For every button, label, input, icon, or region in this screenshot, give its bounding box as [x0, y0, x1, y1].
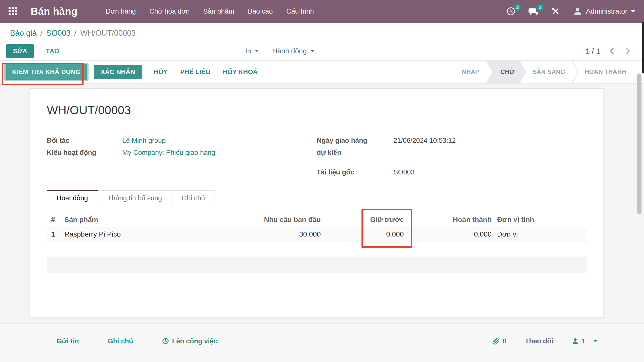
table-header-row: # Sản phẩm Nhu cầu ban đầu Giữ trước Hoà… — [47, 213, 587, 227]
pager-previous-icon[interactable] — [608, 47, 616, 55]
app-title[interactable]: Bán hàng — [31, 6, 77, 17]
row-reserved: 0,000 — [325, 230, 408, 238]
menu-item-reporting[interactable]: Báo cáo — [248, 8, 273, 15]
main-content: WH/OUT/00003 Đối tác Lê Minh group Kiểu … — [0, 83, 644, 324]
user-menu[interactable]: Administrator — [573, 7, 635, 16]
partner-label: Đối tác — [47, 134, 122, 147]
state-waiting-active[interactable]: CHỜ — [486, 61, 526, 83]
followers-caret-icon — [593, 340, 597, 342]
header-done: Hoàn thành — [408, 216, 496, 224]
source-document-label: Tài liệu gốc — [317, 166, 377, 178]
breadcrumb-separator: / — [40, 29, 43, 38]
header-index: # — [47, 216, 64, 224]
breadcrumb-current: WH/OUT/00003 — [80, 29, 136, 38]
menu-item-to-invoice[interactable]: Chờ hóa đơn — [149, 8, 190, 15]
user-name: Administrator — [586, 7, 627, 15]
source-document-value: SO003 — [393, 166, 415, 178]
row-uom: Đơn vị — [496, 230, 587, 238]
tab-additional-info[interactable]: Thông tin bổ sung — [98, 190, 172, 206]
follow-button[interactable]: Theo dõi — [525, 337, 553, 345]
window-edge-strip — [642, 22, 644, 73]
pager-next-icon[interactable] — [624, 47, 631, 55]
scheduled-date-value: 21/06/2024 10:53:12 — [393, 134, 456, 159]
header-reserved: Giữ trước — [325, 216, 408, 224]
activities-menu[interactable]: 2 — [506, 7, 515, 16]
unlock-button[interactable]: HỦY KHOÁ — [223, 68, 258, 76]
field-column-right: Ngày giao hàng dự kiến 21/06/2024 10:53:… — [317, 134, 587, 178]
message-badge: 2 — [536, 4, 544, 11]
followers-button[interactable]: 1 — [572, 337, 597, 345]
empty-row-striped — [47, 257, 587, 273]
field-column-left: Đối tác Lê Minh group Kiểu hoạt động My … — [47, 134, 317, 178]
row-initial-demand: 30,000 — [202, 230, 325, 238]
schedule-clock-icon — [162, 338, 169, 345]
follower-count: 1 — [582, 337, 585, 345]
pager-count: 1 / 1 — [586, 47, 600, 55]
tools-icon[interactable] — [551, 7, 560, 16]
cancel-button[interactable]: HỦY — [154, 68, 168, 76]
menu-item-orders[interactable]: Đơn hàng — [106, 8, 136, 15]
empty-row — [47, 242, 587, 257]
create-button[interactable]: TẠO — [46, 48, 59, 55]
tab-operations[interactable]: Hoạt động — [47, 190, 98, 206]
operation-type-link[interactable]: My Company: Phiếu giao hàng — [122, 147, 215, 159]
state-separator-icon — [572, 61, 578, 83]
header-initial-demand: Nhu cầu ban đầu — [202, 216, 325, 224]
top-navbar: Bán hàng Đơn hàng Chờ hóa đơn Sản phẩm B… — [0, 0, 644, 23]
avatar-icon — [573, 7, 582, 16]
send-message-button[interactable]: Gửi tin — [57, 337, 79, 345]
navbar-right: 2 2 Administrator — [506, 7, 635, 16]
moves-table: # Sản phẩm Nhu cầu ban đầu Giữ trước Hoà… — [47, 213, 587, 273]
print-dropdown[interactable]: In — [245, 47, 259, 55]
breadcrumb-separator: / — [74, 29, 76, 38]
state-ready[interactable]: SẴN SÀNG — [526, 61, 572, 83]
paperclip-icon — [492, 337, 500, 345]
menu-item-configuration[interactable]: Cấu hình — [286, 8, 314, 15]
partner-link[interactable]: Lê Minh group — [122, 134, 166, 147]
state-pipeline: NHÁP CHỜ SẴN SÀNG HOÀN THÀNH — [455, 61, 633, 83]
pager: 1 / 1 — [586, 47, 631, 55]
confirm-button[interactable]: XÁC NHẬN — [94, 65, 142, 79]
header-uom: Đơn vị tính — [496, 216, 587, 224]
header-product: Sản phẩm — [64, 216, 202, 224]
schedule-activity-button[interactable]: Lên công việc — [162, 337, 217, 345]
scheduled-date-label: Ngày giao hàng dự kiến — [317, 134, 377, 159]
breadcrumb-so003[interactable]: SO003 — [46, 29, 71, 38]
operation-type-label: Kiểu hoạt động — [47, 147, 122, 159]
statusbar: KIỂM TRA KHẢ DỤNG XÁC NHẬN HỦY PHẾ LIỆU … — [0, 60, 644, 83]
menu-item-products[interactable]: Sản phẩm — [203, 8, 234, 15]
main-menu: Đơn hàng Chờ hóa đơn Sản phẩm Báo cáo Cấ… — [106, 8, 314, 15]
user-menu-caret-icon — [631, 10, 635, 13]
attachments-button[interactable]: 0 — [492, 337, 506, 345]
row-product: Raspberry Pi Pico — [64, 230, 202, 238]
action-caret-icon — [311, 50, 314, 52]
table-row[interactable]: 1 Raspberry Pi Pico 30,000 0,000 0,000 Đ… — [47, 227, 587, 242]
breadcrumb: Báo giá / SO003 / WH/OUT/00003 — [0, 23, 644, 42]
control-panel: SỬA TẠO In Hành động 1 / 1 — [0, 42, 644, 60]
row-index: 1 — [47, 230, 64, 238]
state-done[interactable]: HOÀN THÀNH — [578, 61, 633, 83]
field-group: Đối tác Lê Minh group Kiểu hoạt động My … — [47, 134, 587, 178]
follower-person-icon — [572, 337, 579, 345]
attachment-count: 0 — [503, 337, 506, 345]
edit-button[interactable]: SỬA — [6, 44, 34, 58]
scrap-button[interactable]: PHẾ LIỆU — [180, 68, 210, 76]
scrollbar-thumb[interactable] — [637, 73, 641, 214]
row-done: 0,000 — [408, 230, 496, 238]
chatter-bar: Gửi tin Ghi chú Lên công việc 0 Theo dõi… — [0, 324, 644, 362]
tab-note[interactable]: Ghi chú — [172, 190, 215, 206]
document-title: WH/OUT/00003 — [47, 103, 587, 117]
print-caret-icon — [255, 50, 259, 52]
action-dropdown[interactable]: Hành động — [272, 47, 315, 55]
apps-grid-icon[interactable] — [9, 7, 18, 16]
messages-menu[interactable]: 2 — [529, 7, 538, 16]
state-draft[interactable]: NHÁP — [455, 61, 486, 83]
breadcrumb-quotation[interactable]: Báo giá — [10, 29, 36, 38]
form-sheet: WH/OUT/00003 Đối tác Lê Minh group Kiểu … — [30, 88, 604, 318]
log-note-button[interactable]: Ghi chú — [108, 337, 133, 345]
activity-badge: 2 — [514, 4, 521, 11]
notebook-tabs: Hoạt động Thông tin bổ sung Ghi chú — [47, 190, 587, 206]
check-availability-button[interactable]: KIỂM TRA KHẢ DỤNG — [6, 64, 87, 80]
